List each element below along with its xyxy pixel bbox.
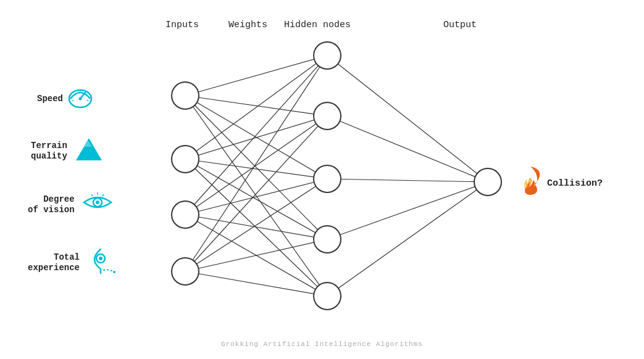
svg-line-39 bbox=[327, 182, 488, 239]
svg-line-33 bbox=[185, 179, 327, 271]
svg-line-20 bbox=[185, 96, 327, 296]
svg-line-22 bbox=[185, 116, 327, 159]
hidden-node-3 bbox=[314, 165, 341, 192]
svg-line-21 bbox=[185, 56, 327, 159]
svg-line-16 bbox=[185, 56, 327, 96]
svg-line-38 bbox=[327, 179, 488, 182]
svg-line-17 bbox=[185, 96, 327, 116]
neural-network-diagram bbox=[0, 0, 644, 359]
svg-line-26 bbox=[185, 56, 327, 215]
svg-line-37 bbox=[327, 116, 488, 182]
input-node-2 bbox=[172, 146, 199, 173]
svg-line-31 bbox=[185, 56, 327, 271]
main-canvas: Inputs Weights Hidden nodes Output Speed… bbox=[0, 0, 644, 359]
input-node-1 bbox=[172, 82, 199, 109]
hidden-node-2 bbox=[314, 102, 341, 130]
input-node-4 bbox=[172, 258, 199, 285]
input-node-3 bbox=[172, 201, 199, 228]
svg-line-19 bbox=[185, 96, 327, 239]
hidden-node-5 bbox=[314, 283, 341, 310]
output-node bbox=[474, 168, 501, 196]
svg-line-23 bbox=[185, 159, 327, 179]
svg-line-27 bbox=[185, 116, 327, 215]
svg-line-32 bbox=[185, 116, 327, 271]
hidden-node-4 bbox=[314, 226, 341, 253]
svg-line-28 bbox=[185, 179, 327, 215]
hidden-node-1 bbox=[314, 42, 341, 69]
svg-line-36 bbox=[327, 56, 488, 182]
footer-text: Grokking Artificial Intelligence Algorit… bbox=[221, 340, 423, 348]
svg-line-40 bbox=[327, 182, 488, 296]
